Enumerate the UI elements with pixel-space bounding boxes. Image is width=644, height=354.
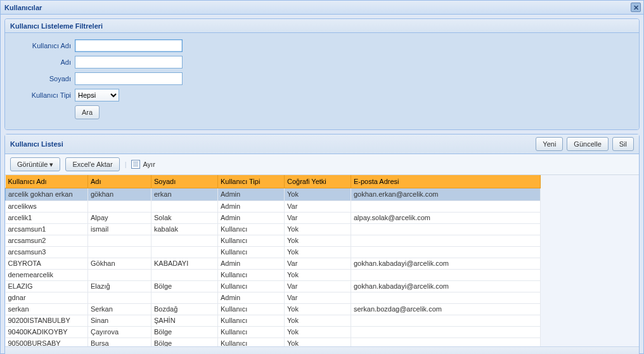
table-row[interactable]: CBYROTAGökhanKABADAYIAdminVargokhan.kaba… [6, 258, 541, 269]
cell: 90400KADIKOYBY [6, 326, 88, 338]
cell [88, 246, 151, 258]
cell: Yok [285, 223, 351, 235]
table-row[interactable]: ELAZIGElazığBölgeKullanıcıVargokhan.kaba… [6, 280, 541, 292]
cell: Kullanıcı [218, 280, 285, 292]
cell: gdnar [6, 292, 88, 303]
row-search: Ara [11, 105, 633, 119]
cell: Var [285, 280, 351, 292]
cell: arcsamsun2 [6, 235, 88, 246]
cell: Admin [218, 292, 285, 303]
surname-input[interactable] [75, 72, 183, 85]
cell: Bölge [151, 338, 218, 346]
cell: Var [285, 212, 351, 223]
list-panel-title: Kullanıcı Listesi [10, 140, 63, 148]
cell: Yok [285, 188, 351, 200]
cell: ismail [88, 223, 151, 235]
cell [351, 200, 541, 212]
cell: gokhan.kabadayi@arcelik.com [351, 258, 541, 269]
name-input[interactable] [75, 56, 183, 69]
type-select[interactable]: Hepsi [75, 89, 119, 102]
row-type: Kullanıcı Tipi Hepsi [11, 89, 633, 102]
update-button[interactable]: Güncelle [567, 137, 608, 151]
cell: Alpay [88, 212, 151, 223]
row-surname: Soyadı [11, 72, 633, 85]
cell: Var [285, 200, 351, 212]
filter-panel-title: Kullanıcı Listeleme Filtreleri [5, 19, 639, 33]
col-surname[interactable]: Soyadı [151, 175, 218, 188]
table-row[interactable]: arcsamsun2KullanıcıYok [6, 235, 541, 246]
grid-scroll[interactable]: Kullanıcı Adı Adı Soyadı Kullanıcı Tipi … [5, 175, 639, 346]
col-username[interactable]: Kullanıcı Adı [6, 175, 88, 188]
cell: Kullanıcı [218, 315, 285, 326]
col-type[interactable]: Kullanıcı Tipi [218, 175, 285, 188]
type-label: Kullanıcı Tipi [11, 91, 75, 99]
list-panel: Kullanıcı Listesi Yeni Güncelle Sil Görü… [4, 134, 640, 354]
table-row[interactable]: arcelik1AlpaySolakAdminVaralpay.solak@ar… [6, 212, 541, 223]
cell: Yok [285, 235, 351, 246]
crud-buttons: Yeni Güncelle Sil [536, 137, 634, 151]
table-row[interactable]: arcelik gokhan erkangökhanerkanAdminYokg… [6, 188, 541, 200]
cell: Kullanıcı [218, 303, 285, 315]
cell [351, 246, 541, 258]
cell [88, 200, 151, 212]
user-grid: Kullanıcı Adı Adı Soyadı Kullanıcı Tipi … [5, 175, 541, 346]
username-input[interactable] [75, 39, 183, 52]
cell: ŞAHİN [151, 315, 218, 326]
cell: Yok [285, 303, 351, 315]
cell [151, 246, 218, 258]
username-label: Kullanıcı Adı [11, 42, 75, 49]
cell: Yok [285, 269, 351, 280]
col-geo[interactable]: Coğrafi Yetki [285, 175, 351, 188]
cell: KABADAYI [151, 258, 218, 269]
cell: arcelik gokhan erkan [6, 188, 88, 200]
cell: kabalak [151, 223, 218, 235]
cell: ELAZIG [6, 280, 88, 292]
cell: erkan [151, 188, 218, 200]
filter-panel: Kullanıcı Listeleme Filtreleri Kullanıcı… [4, 18, 640, 130]
grid-footer [5, 346, 639, 354]
cell: Elazığ [88, 280, 151, 292]
window: Kullanıcılar ✕ Kullanıcı Listeleme Filtr… [0, 0, 644, 354]
table-row[interactable]: 90500BURSABYBursaBölgeKullanıcıYok [6, 338, 541, 346]
close-icon[interactable]: ✕ [631, 3, 641, 12]
cell [351, 338, 541, 346]
new-button[interactable]: Yeni [536, 137, 563, 151]
list-panel-header: Kullanıcı Listesi Yeni Güncelle Sil [5, 134, 639, 154]
cell: Yok [285, 326, 351, 338]
cell: Admin [218, 212, 285, 223]
cell: CBYROTA [6, 258, 88, 269]
separate-button[interactable]: Ayır [131, 160, 155, 169]
cell: Kullanıcı [218, 235, 285, 246]
cell [151, 200, 218, 212]
export-excel-button[interactable]: Excel'e Aktar [65, 157, 119, 171]
table-row[interactable]: arcsamsun3KullanıcıYok [6, 246, 541, 258]
cell: Kullanıcı [218, 338, 285, 346]
cell: Bölge [151, 326, 218, 338]
col-name[interactable]: Adı [88, 175, 151, 188]
cell: Çayırova [88, 326, 151, 338]
table-row[interactable]: serkanSerkanBozdağKullanıcıYokserkan.boz… [6, 303, 541, 315]
cell: Bozdağ [151, 303, 218, 315]
table-row[interactable]: gdnarAdminVar [6, 292, 541, 303]
table-row[interactable]: denemearcelikKullanıcıYok [6, 269, 541, 280]
cell: Kullanıcı [218, 246, 285, 258]
cell: Serkan [88, 303, 151, 315]
table-row[interactable]: arcsamsun1ismailkabalakKullanıcıYok [6, 223, 541, 235]
cell [351, 326, 541, 338]
grid-header-row: Kullanıcı Adı Adı Soyadı Kullanıcı Tipi … [6, 175, 541, 188]
cell: Gökhan [88, 258, 151, 269]
table-row[interactable]: arcelikwsAdminVar [6, 200, 541, 212]
cell: Kullanıcı [218, 269, 285, 280]
view-button[interactable]: Görüntüle ▾ [10, 157, 60, 171]
separate-label: Ayır [143, 161, 155, 168]
name-label: Adı [11, 58, 75, 66]
table-row[interactable]: 90200ISTANBULBYSinanŞAHİNKullanıcıYok [6, 315, 541, 326]
col-email[interactable]: E-posta Adresi [351, 175, 541, 188]
cell: Sinan [88, 315, 151, 326]
cell [351, 235, 541, 246]
cell: Admin [218, 188, 285, 200]
table-row[interactable]: 90400KADIKOYBYÇayırovaBölgeKullanıcıYok [6, 326, 541, 338]
cell: denemearcelik [6, 269, 88, 280]
delete-button[interactable]: Sil [612, 137, 634, 151]
search-button[interactable]: Ara [75, 105, 100, 119]
